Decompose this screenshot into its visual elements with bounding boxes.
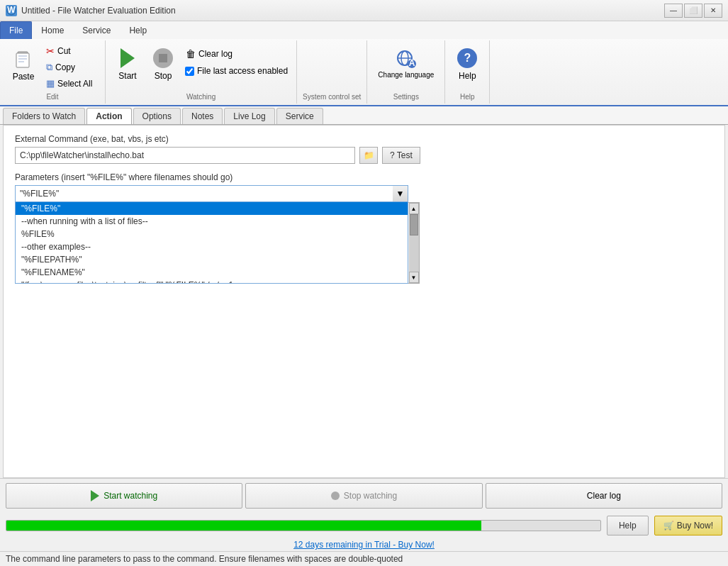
file-last-access-row: File last access enabled (182, 65, 291, 77)
cut-icon: ✂ (46, 45, 55, 57)
external-command-label: External Command (exe, bat, vbs, js etc) (15, 134, 713, 144)
tab-live-log[interactable]: Live Log (224, 108, 274, 124)
ribbon: Paste ✂ Cut ⧉ Copy ▦ Select All Edit (0, 39, 728, 106)
ribbon-tab-help[interactable]: Help (120, 21, 156, 39)
dropdown-item[interactable]: "/f=c:\program files\textpipe\myfilter.f… (16, 279, 408, 284)
ribbon-tab-service[interactable]: Service (73, 21, 120, 39)
settings-group-label: Settings (393, 93, 419, 101)
test-button[interactable]: ? Test (382, 147, 420, 164)
paste-icon (12, 48, 35, 70)
close-button[interactable]: ✕ (704, 4, 722, 18)
change-language-button[interactable]: A Change language (373, 43, 439, 86)
file-last-access-checkbox[interactable] (185, 67, 194, 76)
select-icon: ▦ (46, 78, 55, 89)
watching-group-label: Watching (186, 93, 215, 101)
start-button[interactable]: Start (111, 43, 144, 86)
content-tab-bar: Folders to Watch Action Options Notes Li… (0, 106, 728, 125)
help-bottom-button[interactable]: Help (607, 516, 649, 536)
start-watching-button[interactable]: Start watching (6, 483, 242, 509)
minimize-button[interactable]: — (664, 4, 683, 18)
parameters-input[interactable] (15, 185, 408, 202)
trial-link[interactable]: 12 days remaining in Trial - Buy Now! (293, 540, 435, 550)
change-language-icon: A (395, 47, 418, 70)
help-icon: ? (456, 47, 478, 70)
window-controls: — ⬜ ✕ (664, 4, 722, 18)
dropdown-item[interactable]: --other examples-- (16, 240, 408, 253)
dropdown-item[interactable]: --when running with a list of files-- (16, 215, 408, 228)
dropdown-scrollbar: ▲ ▼ (408, 202, 420, 284)
browse-icon: 📁 (364, 150, 374, 160)
browse-button[interactable]: 📁 (359, 147, 378, 164)
status-bar: The command line parameters to pass to t… (0, 551, 728, 566)
maximize-button[interactable]: ⬜ (684, 4, 702, 18)
dropdown-item[interactable]: "%FILEPATH%" (16, 253, 408, 266)
app-icon: W (6, 5, 17, 16)
cut-button[interactable]: ✂ Cut (43, 43, 99, 59)
svg-text:W: W (7, 6, 16, 15)
svg-rect-4 (18, 55, 27, 57)
copy-icon: ⧉ (46, 62, 52, 73)
stop-icon (152, 47, 174, 70)
progress-bar (6, 520, 601, 531)
ribbon-group-system-control: System control set (297, 40, 367, 104)
svg-rect-6 (18, 61, 24, 62)
scroll-up-button[interactable]: ▲ (409, 203, 419, 214)
ribbon-group-help: ? Help Help (445, 40, 490, 104)
tab-service[interactable]: Service (276, 108, 323, 124)
combo-dropdown-button[interactable]: ▼ (393, 185, 408, 202)
copy-button[interactable]: ⧉ Copy (43, 60, 99, 75)
ribbon-group-settings: A Change language Settings (367, 40, 445, 104)
tab-notes[interactable]: Notes (182, 108, 223, 124)
edit-group-label: Edit (46, 93, 58, 101)
bottom-button-bar: Start watching Stop watching Clear log (0, 478, 728, 513)
ribbon-group-edit: Paste ✂ Cut ⧉ Copy ▦ Select All Edit (0, 40, 106, 104)
svg-rect-5 (18, 58, 27, 60)
parameters-dropdown-list: "%FILE%"--when running with a list of fi… (15, 202, 713, 284)
stop-button[interactable]: Stop (147, 43, 179, 86)
tab-options[interactable]: Options (133, 108, 181, 124)
start-icon (116, 47, 139, 70)
status-text: The command line parameters to pass to t… (6, 554, 403, 564)
external-command-row: 📁 ? Test (15, 147, 713, 164)
paste-label: Paste (13, 72, 35, 82)
select-all-button[interactable]: ▦ Select All (43, 76, 99, 91)
buy-now-button[interactable]: 🛒 Buy Now! (654, 516, 722, 536)
help-ribbon-button[interactable]: ? Help (451, 43, 483, 86)
edit-small-buttons: ✂ Cut ⧉ Copy ▦ Select All (43, 43, 99, 91)
dropdown-items-container: "%FILE%"--when running with a list of fi… (15, 202, 408, 284)
system-control-label: System control set (303, 93, 361, 101)
clear-log-icon: 🗑 (186, 48, 196, 60)
scroll-thumb[interactable] (410, 214, 418, 235)
help-group-label: Help (460, 93, 475, 101)
title-bar: W Untitled - File Watcher Evaluation Edi… (0, 0, 728, 21)
tab-action[interactable]: Action (86, 108, 131, 124)
progress-bar-fill (6, 521, 481, 531)
paste-button[interactable]: Paste (6, 43, 41, 86)
dropdown-item[interactable]: "%FILENAME%" (16, 266, 408, 279)
trial-link-row: 12 days remaining in Trial - Buy Now! (0, 538, 728, 551)
start-watching-icon (91, 490, 99, 501)
command-input[interactable] (15, 147, 355, 164)
app-title: Untitled - File Watcher Evaluation Editi… (21, 6, 176, 16)
ribbon-tab-file[interactable]: File (0, 21, 32, 39)
ribbon-tab-bar: File Home Service Help (0, 21, 728, 39)
clear-log-button[interactable]: Clear log (486, 483, 722, 509)
parameters-combo: ▼ (15, 185, 408, 202)
stop-watching-icon (331, 492, 340, 500)
buy-icon: 🛒 (663, 521, 674, 531)
ribbon-tab-home[interactable]: Home (32, 21, 73, 39)
svg-text:A: A (408, 58, 415, 68)
scroll-track (409, 214, 419, 272)
dropdown-item[interactable]: %FILE% (16, 228, 408, 240)
clear-log-ribbon-button[interactable]: 🗑 Clear log (182, 46, 291, 62)
progress-area: Help 🛒 Buy Now! (0, 513, 728, 538)
stop-watching-button[interactable]: Stop watching (245, 483, 482, 509)
parameters-label: Parameters (insert "%FILE%" where filena… (15, 172, 713, 182)
main-content: External Command (exe, bat, vbs, js etc)… (3, 125, 725, 478)
scroll-down-button[interactable]: ▼ (409, 272, 419, 283)
dropdown-item[interactable]: "%FILE%" (16, 202, 408, 215)
ribbon-group-watching: Start Stop 🗑 Clear log File last access … (106, 40, 297, 104)
tab-folders-to-watch[interactable]: Folders to Watch (3, 108, 85, 124)
